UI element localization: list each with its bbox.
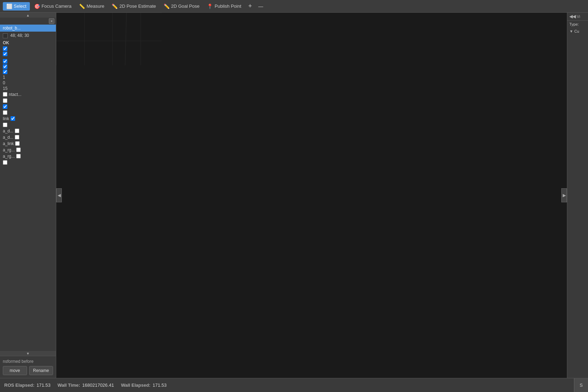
a_rg2-label: a_rg...: [3, 154, 15, 159]
checkbox-empty1[interactable]: [3, 98, 7, 103]
panel-bottom: nsformed before move Rename: [0, 356, 56, 378]
vi-label: Vi: [577, 14, 580, 19]
publish-point-label: Publish Point: [215, 4, 241, 9]
add-button[interactable]: +: [246, 2, 255, 10]
checkbox-4[interactable]: [3, 64, 7, 69]
a_d2-label: a_d...: [3, 135, 13, 140]
checkbox-2[interactable]: [3, 52, 7, 56]
cu-section: ▼ Cu: [567, 28, 588, 35]
add-icon: +: [248, 2, 252, 10]
rename-button[interactable]: Rename: [29, 366, 53, 375]
a_rg1-label: a_rg...: [3, 148, 15, 152]
checkbox-empty3[interactable]: [3, 123, 7, 127]
checkbox-empty4[interactable]: [3, 160, 7, 165]
wall-time-field: Wall Time: 1680217026.41: [58, 383, 114, 388]
ros-elapsed-field: ROS Elapsed: 171.53: [4, 383, 51, 388]
color-value: 48; 48; 30: [10, 33, 29, 38]
measure-button[interactable]: 📏 Measure: [76, 2, 108, 11]
panel-row-a_d2: a_d...: [0, 134, 56, 141]
checkbox-ntact[interactable]: [3, 92, 7, 97]
checkbox-a_link[interactable]: [15, 141, 20, 146]
panel-row-empty4: [0, 159, 56, 165]
panel-row-empty2: [0, 110, 56, 116]
left-panel: ▲ × robot_b... 48; 48; 30 OK: [0, 13, 56, 378]
checkbox-empty2[interactable]: [3, 110, 7, 115]
minimize-button[interactable]: —: [255, 4, 266, 9]
panel-row-a_rg2: a_rg...: [0, 153, 56, 159]
viewport[interactable]: cart_frame robot_front_laser_base_link r…: [56, 13, 567, 378]
color-property-row: 48; 48; 30: [0, 32, 56, 40]
viewport-collapse-right-button[interactable]: ▶: [561, 188, 567, 202]
focus-camera-button[interactable]: 🎯 Focus Camera: [31, 2, 75, 11]
svg-rect-1: [56, 13, 162, 65]
panel-row-link: link: [0, 116, 56, 122]
pose-estimate-icon: ✏️: [112, 4, 118, 9]
minimize-icon: —: [258, 4, 263, 9]
right-panel: ◀◀ Vi Type: ▼ Cu ▶: [567, 13, 588, 378]
vi-icon: ◀◀: [569, 14, 576, 19]
panel-row-empty1: [0, 98, 56, 104]
publish-point-button[interactable]: 📍 Publish Point: [204, 2, 245, 11]
focus-camera-icon: 🎯: [34, 4, 40, 9]
ros-elapsed-label: ROS Elapsed:: [4, 383, 34, 388]
select-label: Select: [14, 4, 26, 9]
wall-time-value: 1680217026.41: [82, 383, 114, 388]
ros-elapsed-value: 171.53: [37, 383, 51, 388]
measure-label: Measure: [86, 4, 104, 9]
wall-elapsed-label: Wall Elapsed:: [121, 383, 150, 388]
checkbox-checked1[interactable]: [3, 104, 7, 109]
panel-actions: move Rename: [3, 366, 53, 375]
scroll-down-button[interactable]: ▼: [0, 351, 56, 356]
dropdown-arrow: ▼: [569, 29, 573, 33]
panel-close-button[interactable]: ×: [49, 18, 54, 24]
checkbox-1[interactable]: [3, 46, 7, 51]
pose-estimate-button[interactable]: ✏️ 2D Pose Estimate: [109, 2, 159, 11]
checkbox-3[interactable]: [3, 59, 7, 64]
goal-pose-label: 2D Goal Pose: [171, 4, 200, 9]
selected-list-item[interactable]: robot_b...: [0, 25, 56, 32]
checkbox-row-3: [0, 59, 56, 64]
focus-camera-label: Focus Camera: [41, 4, 71, 9]
panel-row-empty3: [0, 122, 56, 128]
right-panel-header: ◀◀ Vi: [567, 13, 588, 21]
panel-row-checked1: [0, 104, 56, 110]
status-right-button[interactable]: S: [574, 378, 588, 392]
ok-label: OK: [0, 40, 56, 46]
checkbox-row-1: [0, 46, 56, 51]
checkbox-a_rg1[interactable]: [16, 148, 21, 152]
scroll-up-button[interactable]: ▲: [0, 13, 56, 18]
a_link-label: a_link: [3, 141, 14, 146]
remove-button[interactable]: move: [3, 366, 27, 375]
checkbox-a_d1[interactable]: [15, 129, 19, 133]
type-label: Type:: [569, 22, 579, 26]
toolbar: ⬜ Select 🎯 Focus Camera 📏 Measure ✏️ 2D …: [0, 0, 588, 13]
left-panel-scroll[interactable]: × robot_b... 48; 48; 30 OK 1 0: [0, 18, 56, 351]
ntact-label: ntact...: [9, 92, 21, 97]
wall-elapsed-field: Wall Elapsed: 171.53: [121, 383, 166, 388]
viewport-collapse-left-button[interactable]: ◀: [56, 188, 62, 202]
link-label: link: [3, 116, 9, 121]
checkbox-row-4: [0, 64, 56, 69]
wall-elapsed-value: 171.53: [152, 383, 166, 388]
goal-pose-button[interactable]: ✏️ 2D Goal Pose: [160, 2, 203, 11]
checkbox-a_d2[interactable]: [15, 135, 19, 139]
cu-label: Cu: [574, 29, 579, 33]
checkbox-row-5: [0, 69, 56, 74]
select-tool-button[interactable]: ⬜ Select: [3, 2, 30, 11]
checkbox-5[interactable]: [3, 70, 7, 74]
pose-estimate-label: 2D Pose Estimate: [119, 4, 156, 9]
viewport-canvas: cart_frame robot_front_laser_base_link r…: [56, 13, 162, 65]
type-section: Type:: [567, 21, 588, 28]
a_d1-label: a_d...: [3, 129, 13, 133]
checkbox-link[interactable]: [11, 116, 15, 121]
panel-row-a_link: a_link: [0, 141, 56, 147]
goal-pose-icon: ✏️: [164, 4, 169, 9]
color-swatch: [3, 33, 8, 38]
checkbox-row-2: [0, 51, 56, 57]
checkbox-a_rg2[interactable]: [16, 154, 21, 158]
measure-icon: 📏: [79, 4, 85, 9]
publish-point-icon: 📍: [207, 4, 213, 9]
panel-row-a_d1: a_d...: [0, 128, 56, 134]
panel-row-a_rg1: a_rg...: [0, 147, 56, 153]
select-icon: ⬜: [6, 4, 12, 9]
